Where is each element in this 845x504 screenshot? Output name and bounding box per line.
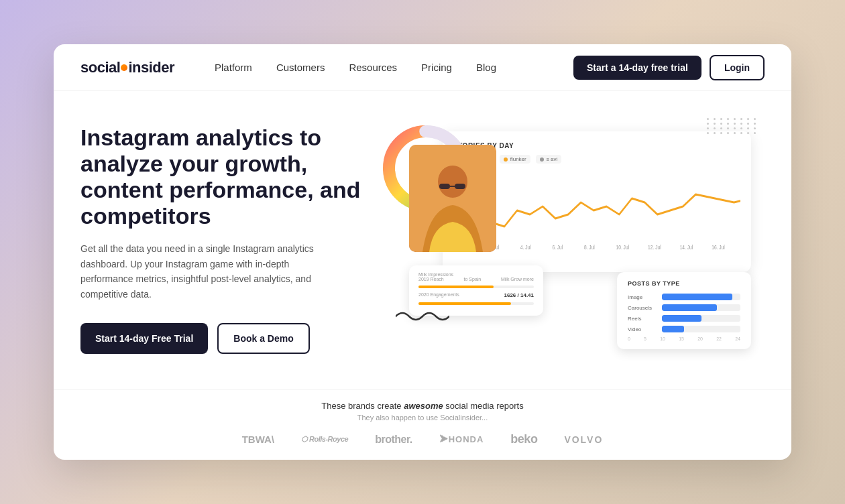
posts-bar-reels xyxy=(662,315,701,322)
navbar: socialinsider Platform Customers Resourc… xyxy=(54,44,791,91)
dots-decoration xyxy=(707,118,758,134)
posts-type-label: Image xyxy=(628,294,658,300)
hero-description: Get all the data you need in a single In… xyxy=(80,241,322,302)
svg-text:16. Jul: 16. Jul xyxy=(712,244,725,251)
nav-customers[interactable]: Customers xyxy=(276,62,325,73)
svg-text:12. Jul: 12. Jul xyxy=(648,244,661,251)
legend-label: s avi xyxy=(547,156,557,162)
posts-by-type-card: POSTS BY TYPE Image Carousels Reels xyxy=(617,272,751,349)
stats-row-1: 2019 Reach to Spain Milk Grow more xyxy=(418,277,534,281)
dot xyxy=(734,123,736,125)
nav-pricing[interactable]: Pricing xyxy=(421,62,452,73)
legend-dot xyxy=(540,158,544,162)
stats-bar-fill-2 xyxy=(418,302,511,305)
brand-honda: ⮞HONDA xyxy=(439,434,484,444)
hero-left: Instagram analytics to analyze your grow… xyxy=(80,118,362,376)
posts-bar-bg xyxy=(662,304,740,311)
posts-row-carousels: Carousels xyxy=(628,304,740,311)
login-button[interactable]: Login xyxy=(710,55,765,80)
brands-subtext: They also happen to use Socialinsider... xyxy=(80,414,765,422)
svg-text:4. Jul: 4. Jul xyxy=(520,244,531,251)
posts-type-label: Reels xyxy=(628,316,658,322)
legend-label: flunker xyxy=(510,156,526,162)
nav-blog[interactable]: Blog xyxy=(476,62,496,73)
nav-actions: Start a 14-day free trial Login xyxy=(573,55,765,80)
svg-text:14. Jul: 14. Jul xyxy=(680,244,693,251)
dot xyxy=(754,123,756,125)
brands-section: These brands create awesome social media… xyxy=(54,389,791,460)
chart-title: STORIES BY DAY xyxy=(453,142,740,149)
posts-card-title: POSTS BY TYPE xyxy=(628,280,740,287)
line-chart-svg: Jun 30 2. Jul 4. Jul 6. Jul 8. Jul 10. J… xyxy=(453,170,740,251)
posts-bar-bg xyxy=(662,326,740,332)
stats-label-impressions: Milk Impressions xyxy=(418,272,534,277)
dot xyxy=(714,118,716,120)
dot xyxy=(714,132,716,134)
dot xyxy=(707,118,709,120)
dot xyxy=(747,127,749,129)
dot xyxy=(740,127,742,129)
dot xyxy=(734,127,736,129)
dot xyxy=(747,132,749,134)
browser-window: socialinsider Platform Customers Resourc… xyxy=(54,44,791,460)
svg-rect-15 xyxy=(455,184,465,189)
stats-metric-label: 2020 Engagements xyxy=(418,292,459,298)
posts-bar-bg xyxy=(662,294,740,300)
dot xyxy=(727,132,729,134)
svg-point-13 xyxy=(438,166,467,198)
dot xyxy=(727,127,729,129)
brand-volvo: VOLVO xyxy=(564,434,603,445)
dot xyxy=(720,132,722,134)
stats-card: Milk Impressions 2019 Reach to Spain Mil… xyxy=(409,265,543,316)
posts-axis: 0 5 10 15 20 22 24 xyxy=(628,336,740,341)
dot xyxy=(720,118,722,120)
nav-platform[interactable]: Platform xyxy=(215,62,252,73)
posts-bar-video xyxy=(662,326,684,332)
dot xyxy=(747,118,749,120)
stats-row-2: 2020 Engagements 1626 / 14.41 xyxy=(418,292,534,298)
dot xyxy=(734,132,736,134)
axis-22: 22 xyxy=(716,336,722,341)
legend-item-2: s avi xyxy=(536,155,561,164)
svg-rect-14 xyxy=(439,184,450,189)
stats-metric-value: 1626 / 14.41 xyxy=(504,292,534,298)
brands-logos: TBWA\ ⬡ Rolls-Royce brother. ⮞HONDA beko… xyxy=(80,432,765,446)
hero-buttons: Start 14-day Free Trial Book a Demo xyxy=(80,323,362,354)
dot xyxy=(714,123,716,125)
dot xyxy=(707,127,709,129)
brand-beko: beko xyxy=(510,432,537,446)
squiggle-decoration xyxy=(396,310,449,326)
stats-metric-label: to Spain xyxy=(464,277,482,281)
axis-5: 5 xyxy=(644,336,646,341)
chart-legend: Restrained flunker s avi xyxy=(453,155,740,164)
hero-section: Instagram analytics to analyze your grow… xyxy=(54,91,791,389)
stats-bar xyxy=(418,286,534,288)
book-demo-button[interactable]: Book a Demo xyxy=(217,323,309,354)
nav-resources[interactable]: Resources xyxy=(349,62,397,73)
brand-brother: brother. xyxy=(375,434,412,446)
logo[interactable]: socialinsider xyxy=(80,59,174,76)
brands-headline: These brands create awesome social media… xyxy=(80,401,765,411)
hero-title: Instagram analytics to analyze your grow… xyxy=(80,125,362,229)
brand-rolls-royce: ⬡ Rolls-Royce xyxy=(301,435,348,444)
stats-metric-label: 2019 Reach xyxy=(418,277,444,281)
posts-row-reels: Reels xyxy=(628,315,740,322)
trial-button[interactable]: Start a 14-day free trial xyxy=(573,56,701,80)
stats-bar-2 xyxy=(418,302,534,305)
axis-24: 24 xyxy=(735,336,740,341)
dot xyxy=(740,132,742,134)
dot xyxy=(727,123,729,125)
start-trial-button[interactable]: Start 14-day Free Trial xyxy=(80,323,208,354)
posts-type-label: Carousels xyxy=(628,305,658,311)
dot xyxy=(754,127,756,129)
svg-text:10. Jul: 10. Jul xyxy=(616,244,630,251)
posts-bar-image xyxy=(662,294,732,300)
posts-row-video: Video xyxy=(628,326,740,332)
dot xyxy=(747,123,749,125)
stats-metric-label: Milk Grow more xyxy=(501,277,534,281)
person-illustration xyxy=(409,145,496,252)
dot xyxy=(720,123,722,125)
axis-15: 15 xyxy=(679,336,684,341)
squiggle-svg xyxy=(396,310,449,323)
dot xyxy=(707,123,709,125)
